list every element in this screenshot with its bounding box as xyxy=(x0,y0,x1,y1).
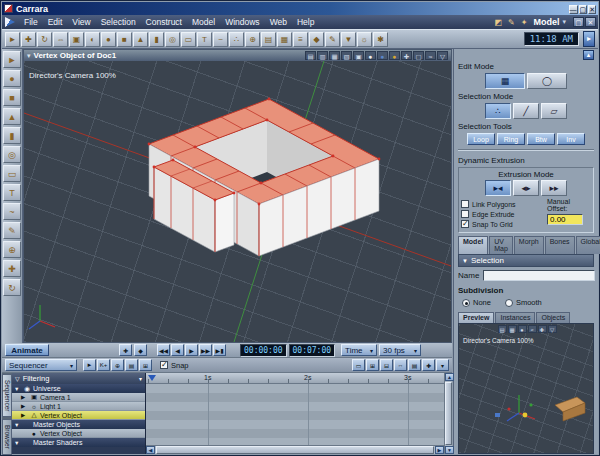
track-master-objects[interactable]: ▼ Master Objects xyxy=(12,420,145,429)
expander-icon[interactable]: ▼ xyxy=(14,440,21,446)
invert-button[interactable]: Inv xyxy=(557,133,585,145)
options-icon[interactable]: ✱ xyxy=(373,32,388,47)
track-master-shaders[interactable]: ▼ Master Shaders xyxy=(12,438,145,447)
scroll-up-icon[interactable]: ▲ xyxy=(445,373,454,381)
vertex-object-icon[interactable]: ∴ xyxy=(229,32,244,47)
zoom-tool-icon[interactable]: ⊕ xyxy=(3,241,21,258)
menu-item[interactable]: Construct xyxy=(141,17,187,27)
loop-button[interactable]: Loop xyxy=(467,133,495,145)
edge-extrude-checkbox[interactable]: Edge Extrude xyxy=(461,210,547,218)
tab-morph[interactable]: Morph xyxy=(514,236,544,254)
text-primitive-icon[interactable]: T xyxy=(197,32,212,47)
boolean-tool-icon[interactable]: ⊕ xyxy=(245,32,260,47)
pv-layout-icon[interactable]: ▤ xyxy=(498,325,507,333)
move-tool-icon[interactable]: ✚ xyxy=(21,32,36,47)
go-start-button[interactable]: ◀◀ xyxy=(157,344,170,356)
doc-close-icon[interactable]: ✕ xyxy=(585,17,596,27)
select-vertex-button[interactable]: ∴ xyxy=(485,103,511,119)
scrollbar-thumb[interactable] xyxy=(445,382,452,445)
cylinder-icon[interactable]: ▮ xyxy=(3,127,21,144)
seq-trackview-icon[interactable]: ▤ xyxy=(125,359,138,371)
track-master-vertex-object[interactable]: ● Vertex Object xyxy=(12,429,145,438)
delete-keyframe-button[interactable]: ◆ xyxy=(134,344,147,356)
track-vertex-object[interactable]: ▶ △ Vertex Object xyxy=(12,411,145,420)
expander-icon[interactable]: ▶ xyxy=(21,394,28,400)
link-polygons-checkbox[interactable]: Link Polygons xyxy=(461,200,547,208)
camera-menu-icon[interactable]: ▽ xyxy=(437,51,448,60)
expander-icon[interactable]: ▶ xyxy=(21,403,28,409)
menu-item[interactable]: Help xyxy=(292,17,319,27)
timeline-tracks-area[interactable] xyxy=(146,384,444,445)
panel-scroll-up-button[interactable]: ▲ xyxy=(583,50,594,60)
track-camera-1[interactable]: ▶ ▣ Camera 1 xyxy=(12,393,145,402)
torus-icon[interactable]: ◎ xyxy=(3,146,21,163)
between-button[interactable]: Btw xyxy=(527,133,555,145)
viewport-canvas[interactable]: Director's Camera 100% xyxy=(24,61,451,342)
selection-section-header[interactable]: ▼ Selection xyxy=(458,254,594,267)
tab-bones[interactable]: Bones xyxy=(545,236,575,254)
expander-icon[interactable]: ▼ xyxy=(14,422,21,428)
camera-tool-icon[interactable]: ▣ xyxy=(69,32,84,47)
go-end-button[interactable]: ▶▮ xyxy=(213,344,226,356)
horizontal-scrollbar[interactable]: ◀ ▶ xyxy=(146,445,444,454)
align-icon[interactable]: ≡ xyxy=(293,32,308,47)
pv-camera-icon[interactable]: ▽ xyxy=(548,325,557,333)
extrusion-mode-3-button[interactable]: ▸▸ xyxy=(541,180,567,196)
step-forward-button[interactable]: ▶▶ xyxy=(199,344,212,356)
track-universe[interactable]: ▼ ◉ Universe xyxy=(12,384,145,393)
rotate-tool-icon[interactable]: ↻ xyxy=(37,32,52,47)
browser-side-tab[interactable]: Browser xyxy=(2,419,12,455)
tab-instances[interactable]: Instances xyxy=(495,312,535,323)
text-tool-icon[interactable]: T xyxy=(3,184,21,201)
select-face-button[interactable]: ▱ xyxy=(541,103,567,119)
grid-toggle-icon[interactable]: ✚ xyxy=(401,51,412,60)
seq-zoom-icon[interactable]: ⊕ xyxy=(111,359,124,371)
edit-mode-model-button[interactable]: ▦ xyxy=(485,73,525,89)
minimize-button[interactable]: — xyxy=(569,5,578,14)
toolbar-collapse-button[interactable]: ▸ xyxy=(583,31,595,47)
edit-mode-assemble-button[interactable]: ◯ xyxy=(527,73,567,89)
expander-icon[interactable]: ▼ xyxy=(14,386,21,392)
torus-primitive-icon[interactable]: ◎ xyxy=(165,32,180,47)
plane-primitive-icon[interactable]: ▭ xyxy=(181,32,196,47)
sphere-primitive-icon[interactable]: ● xyxy=(101,32,116,47)
tab-uvmap[interactable]: UV Map xyxy=(489,236,513,254)
filtering-header[interactable]: ▽ Filtering ▾ xyxy=(12,373,145,384)
scrollbar-thumb[interactable] xyxy=(156,446,434,454)
playhead-marker[interactable] xyxy=(148,375,156,381)
shading-wire-sphere-icon[interactable]: ● xyxy=(365,51,376,60)
close-button[interactable]: ✕ xyxy=(588,5,596,14)
viewport-collapse-icon[interactable]: ▾ xyxy=(27,52,31,60)
tab-objects[interactable]: Objects xyxy=(536,312,570,323)
spline-tool-icon[interactable]: ~ xyxy=(213,32,228,47)
tl-range-icon[interactable]: ▭ xyxy=(352,359,365,371)
preview-canvas[interactable]: ▤▦●≈✚▽ Director's Camera 100% xyxy=(458,323,594,454)
shading-smooth-sphere-icon[interactable]: ● xyxy=(377,51,388,60)
menu-item[interactable]: Edit xyxy=(43,17,68,27)
render-room-icon[interactable]: ✦ xyxy=(518,18,531,27)
sequencer-dropdown[interactable]: Sequencer ▾ xyxy=(5,359,77,371)
texture-room-icon[interactable]: ✎ xyxy=(505,18,518,27)
pencil-tool-icon[interactable]: ✎ xyxy=(3,222,21,239)
seq-gridview-icon[interactable]: ⊞ xyxy=(139,359,152,371)
plane-icon[interactable]: ▭ xyxy=(3,165,21,182)
wireframe-icon[interactable]: ≈ xyxy=(425,51,436,60)
select-edge-button[interactable]: ╱ xyxy=(513,103,539,119)
shader-ball-icon[interactable]: ◐ xyxy=(85,32,100,47)
seq-select-icon[interactable]: ► xyxy=(83,359,96,371)
layout-single-icon[interactable]: ▤ xyxy=(305,51,316,60)
tl-tracks-icon[interactable]: ▤ xyxy=(408,359,421,371)
spline-icon[interactable]: ~ xyxy=(3,203,21,220)
cube-primitive-icon[interactable]: ■ xyxy=(117,32,132,47)
time-mode-dropdown[interactable]: Time ▾ xyxy=(341,344,377,356)
menu-item[interactable]: File xyxy=(19,17,43,27)
expander-icon[interactable]: ▶ xyxy=(21,412,28,418)
paint-tool-icon[interactable]: ✎ xyxy=(325,32,340,47)
step-back-button[interactable]: ◀ xyxy=(171,344,184,356)
menu-item[interactable]: Windows xyxy=(220,17,264,27)
scroll-down-icon[interactable]: ▼ xyxy=(445,446,454,454)
cone-icon[interactable]: ▲ xyxy=(3,108,21,125)
snap-to-grid-checkbox[interactable]: Snap To Grid xyxy=(461,220,547,228)
pv-quad-icon[interactable]: ▦ xyxy=(508,325,517,333)
scroll-left-icon[interactable]: ◀ xyxy=(146,446,155,454)
